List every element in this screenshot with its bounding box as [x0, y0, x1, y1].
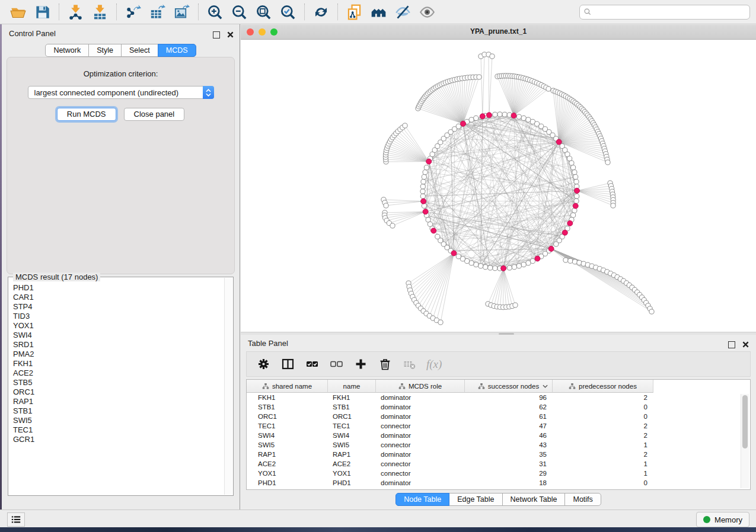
hide-selected-button[interactable] — [391, 2, 415, 22]
column-header-predecessor-nodes[interactable]: predecessor nodes — [553, 380, 653, 393]
export-table-button[interactable] — [145, 2, 170, 22]
network-node[interactable] — [456, 124, 461, 129]
network-node[interactable] — [493, 112, 497, 117]
network-node[interactable] — [422, 175, 426, 180]
network-node[interactable] — [479, 264, 483, 268]
result-list-item[interactable]: ACE2 — [13, 368, 224, 378]
network-node[interactable] — [571, 213, 576, 217]
network-graph[interactable] — [241, 40, 756, 332]
save-session-button[interactable] — [30, 2, 55, 22]
network-from-selection-button[interactable] — [342, 2, 366, 22]
network-node[interactable] — [573, 175, 578, 180]
result-list-item[interactable]: PMA2 — [13, 350, 224, 359]
network-node[interactable] — [424, 165, 429, 170]
mcds-hub-node[interactable] — [535, 256, 540, 261]
network-node[interactable] — [493, 266, 497, 271]
tab-node-table[interactable]: Node Table — [395, 493, 449, 506]
column-header-MCDS-role[interactable]: MCDS role — [376, 380, 465, 393]
network-node[interactable] — [469, 261, 474, 265]
tab-mcds[interactable]: MCDS — [158, 44, 196, 57]
network-node[interactable] — [390, 223, 395, 228]
mcds-hub-node[interactable] — [426, 159, 432, 164]
mcds-hub-node[interactable] — [480, 114, 485, 119]
network-node[interactable] — [438, 320, 443, 325]
network-node[interactable] — [403, 123, 407, 128]
network-node[interactable] — [456, 254, 461, 259]
network-node[interactable] — [426, 217, 430, 222]
zoom-in-button[interactable] — [203, 2, 227, 22]
network-node[interactable] — [521, 262, 526, 267]
table-row[interactable]: SWI4SWI4dominator462 — [247, 431, 750, 440]
result-list-item[interactable]: FKH1 — [13, 359, 224, 368]
task-history-button[interactable] — [7, 512, 25, 527]
tab-select[interactable]: Select — [121, 44, 158, 57]
tab-edge-table[interactable]: Edge Table — [449, 493, 502, 506]
table-row[interactable]: ACE2ACE2connector311 — [247, 459, 750, 469]
network-node[interactable] — [490, 54, 495, 59]
tab-network[interactable]: Network — [45, 44, 89, 57]
float-window-icon[interactable] — [213, 31, 220, 39]
show-all-button[interactable] — [415, 2, 439, 22]
float-window-icon[interactable] — [728, 341, 735, 348]
network-node[interactable] — [526, 117, 531, 122]
result-list-item[interactable]: PHD1 — [13, 283, 224, 293]
network-node[interactable] — [474, 116, 479, 120]
network-node[interactable] — [611, 203, 615, 208]
network-node[interactable] — [512, 265, 516, 270]
table-row[interactable]: TEC1TEC1connector472 — [247, 421, 750, 431]
mcds-hub-node[interactable] — [567, 220, 573, 226]
mcds-hub-node[interactable] — [556, 139, 562, 145]
export-image-button[interactable] — [170, 2, 194, 22]
table-row[interactable]: FKH1FKH1dominator962 — [247, 393, 750, 402]
tab-network-table[interactable]: Network Table — [502, 493, 566, 506]
table-row[interactable]: YOX1YOX1connector291 — [247, 469, 750, 478]
network-node[interactable] — [563, 258, 568, 262]
network-node[interactable] — [497, 112, 502, 117]
network-node[interactable] — [420, 184, 425, 189]
network-canvas[interactable] — [241, 40, 756, 332]
mcds-hub-node[interactable] — [562, 230, 567, 235]
network-node[interactable] — [554, 242, 559, 246]
network-node[interactable] — [568, 258, 573, 263]
import-network-button[interactable] — [63, 2, 88, 22]
result-scrollbar[interactable] — [224, 278, 232, 495]
network-node[interactable] — [428, 222, 432, 226]
network-node[interactable] — [530, 259, 535, 264]
network-node[interactable] — [384, 203, 388, 208]
network-node[interactable] — [488, 265, 493, 270]
table-row[interactable]: RAP1RAP1dominator352 — [247, 450, 750, 459]
import-table-button[interactable] — [88, 2, 112, 22]
mcds-result-list[interactable]: PHD1CAR1STP4TID3YOX1SWI4SRD1PMA2FKH1ACE2… — [9, 278, 224, 495]
network-node[interactable] — [421, 180, 426, 184]
network-node[interactable] — [420, 189, 425, 194]
mcds-hub-node[interactable] — [501, 265, 506, 271]
table-row[interactable]: ORC1ORC1dominator610 — [247, 412, 750, 421]
network-node[interactable] — [516, 114, 521, 119]
mcds-hub-node[interactable] — [461, 121, 466, 126]
network-node[interactable] — [574, 198, 579, 203]
network-node[interactable] — [567, 156, 572, 161]
network-node[interactable] — [526, 261, 531, 265]
result-list-item[interactable]: YOX1 — [13, 321, 224, 331]
network-node[interactable] — [572, 170, 577, 175]
tab-style[interactable]: Style — [88, 44, 122, 57]
network-node[interactable] — [507, 265, 512, 270]
mcds-hub-node[interactable] — [431, 228, 436, 233]
zoom-selected-button[interactable] — [276, 2, 300, 22]
zoom-out-button[interactable] — [227, 2, 251, 22]
network-window-titlebar[interactable]: YPA_prune.txt_1 — [241, 25, 756, 40]
network-node[interactable] — [513, 303, 518, 307]
network-node[interactable] — [605, 160, 610, 165]
result-list-item[interactable]: STP4 — [13, 302, 224, 312]
network-node[interactable] — [546, 86, 551, 91]
show-columns-button[interactable] — [280, 357, 295, 371]
result-list-item[interactable]: ORC1 — [13, 387, 224, 397]
close-panel-button[interactable]: Close panel — [124, 108, 185, 121]
column-header-name[interactable]: name — [328, 380, 376, 393]
mcds-hub-node[interactable] — [573, 203, 578, 209]
table-settings-button[interactable] — [256, 357, 270, 371]
result-list-item[interactable]: RAP1 — [13, 397, 224, 406]
first-neighbors-button[interactable] — [366, 2, 391, 22]
memory-button[interactable]: Memory — [696, 512, 749, 527]
open-file-button[interactable] — [6, 2, 30, 22]
